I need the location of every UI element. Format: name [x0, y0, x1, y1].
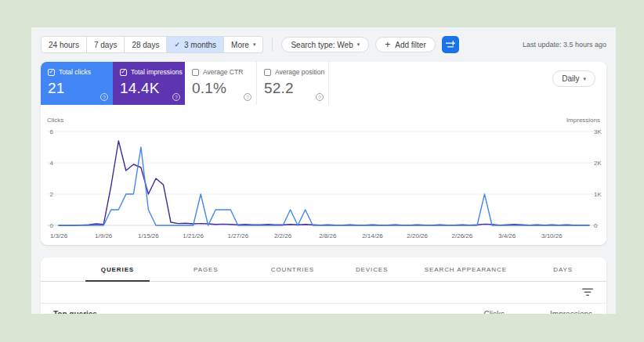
last-update-text: Last update: 3.5 hours ago: [523, 41, 606, 49]
x-axis-tick: 1/27/26: [227, 232, 248, 239]
chevron-down-icon: ▾: [583, 76, 586, 82]
left-axis-tick: 4: [50, 160, 54, 167]
checkbox-unchecked-icon[interactable]: [192, 69, 199, 76]
search-type-button[interactable]: Search type: Web ▾: [281, 37, 369, 52]
x-axis-tick: 1/15/26: [138, 232, 159, 239]
plus-icon: +: [385, 39, 390, 50]
date-range-more[interactable]: More▾: [224, 37, 262, 52]
series-line-clicks: [59, 147, 589, 225]
x-axis-tick: 2/14/26: [362, 232, 383, 239]
metric-tile-total-impressions[interactable]: ✓Total impressions14.4K?: [113, 62, 185, 105]
chevron-down-icon: ▾: [253, 41, 256, 48]
date-range-7-days[interactable]: 7 days: [87, 37, 125, 52]
performance-line-chart: 0021K42K63KClicksImpressions1/3/261/9/26…: [41, 114, 606, 245]
right-axis-tick: 0: [594, 222, 598, 229]
toolbar-divider: [272, 38, 273, 52]
left-axis-tick: 0: [50, 222, 54, 229]
tab-devices[interactable]: DEVICES: [332, 257, 411, 281]
metric-tile-average-position[interactable]: Average position52.2?: [257, 62, 329, 105]
date-range-group: 24 hours7 days28 days✓3 monthsMore▾: [41, 36, 263, 53]
granularity-dropdown[interactable]: Daily ▾: [552, 70, 595, 87]
date-range-3-months[interactable]: ✓3 months: [167, 37, 224, 52]
tab-countries[interactable]: COUNTRIES: [253, 257, 332, 281]
help-icon[interactable]: ?: [100, 93, 108, 101]
x-axis-tick: 1/3/26: [50, 232, 68, 239]
x-axis-tick: 2/8/26: [319, 232, 337, 239]
right-axis-title: Impressions: [566, 117, 600, 124]
filter-toggle-button[interactable]: [442, 36, 459, 53]
tab-days[interactable]: DAYS: [519, 257, 606, 281]
date-range-label: More: [231, 41, 249, 49]
table-col-impressions[interactable]: Impressions: [550, 310, 592, 314]
x-axis-tick: 1/21/26: [183, 232, 204, 239]
x-axis-tick: 2/26/26: [452, 232, 473, 239]
table-col-top-queries[interactable]: Top queries: [53, 310, 97, 314]
table-filter-row: [41, 282, 606, 304]
metric-label: Total impressions: [131, 68, 183, 76]
tab-pages[interactable]: PAGES: [159, 257, 253, 281]
table-filter-button[interactable]: [581, 286, 595, 298]
filter-toolbar: 24 hours7 days28 days✓3 monthsMore▾ Sear…: [31, 27, 616, 62]
checkbox-checked-icon[interactable]: ✓: [48, 69, 55, 76]
metric-tile-total-clicks[interactable]: ✓Total clicks21?: [41, 62, 113, 105]
left-axis-title: Clicks: [47, 117, 63, 124]
desktop-background: 24 hours7 days28 days✓3 monthsMore▾ Sear…: [0, 0, 644, 342]
search-type-label: Search type: Web: [291, 41, 353, 49]
metric-tiles: ✓Total clicks21?✓Total impressions14.4K?…: [41, 62, 606, 105]
date-range-label: 28 days: [132, 41, 159, 49]
tab-queries[interactable]: QUERIES: [76, 257, 159, 281]
metric-label: Total clicks: [59, 68, 91, 76]
add-filter-label: Add filter: [395, 41, 425, 49]
checkbox-checked-icon[interactable]: ✓: [120, 69, 127, 76]
right-axis-tick: 1K: [594, 191, 602, 198]
chevron-down-icon: ▾: [357, 41, 360, 48]
filter-tune-icon: [445, 40, 455, 50]
left-axis-tick: 6: [50, 128, 54, 135]
checkbox-unchecked-icon[interactable]: [264, 69, 271, 76]
date-range-28-days[interactable]: 28 days: [125, 37, 167, 52]
dimensions-card: QUERIESPAGESCOUNTRIESDEVICESSEARCH APPEA…: [41, 257, 606, 314]
performance-chart-card: ✓Total clicks21?✓Total impressions14.4K?…: [41, 62, 606, 245]
table-header-row: Top queries Clicks Impressions: [41, 304, 606, 314]
x-axis-tick: 3/4/26: [498, 232, 516, 239]
right-axis-tick: 3K: [594, 128, 602, 135]
metric-tile-average-ctr[interactable]: Average CTR0.1%?: [185, 62, 257, 105]
right-axis-tick: 2K: [594, 160, 602, 167]
date-range-label: 3 months: [184, 41, 216, 49]
x-axis-tick: 1/9/26: [95, 232, 113, 239]
help-icon[interactable]: ?: [244, 93, 251, 101]
date-range-label: 7 days: [94, 41, 117, 49]
help-icon[interactable]: ?: [172, 93, 180, 101]
left-axis-tick: 2: [50, 191, 54, 198]
date-range-label: 24 hours: [49, 41, 79, 49]
help-icon[interactable]: ?: [316, 93, 324, 101]
table-col-clicks[interactable]: Clicks: [483, 310, 505, 314]
check-icon: ✓: [174, 41, 180, 49]
add-filter-button[interactable]: + Add filter: [375, 37, 435, 52]
x-axis-tick: 2/20/26: [407, 232, 428, 239]
search-console-performance-panel: 24 hours7 days28 days✓3 monthsMore▾ Sear…: [31, 27, 616, 314]
granularity-label: Daily: [562, 74, 579, 83]
metric-label: Average CTR: [203, 68, 243, 76]
x-axis-tick: 3/10/26: [541, 232, 563, 239]
date-range-24-hours[interactable]: 24 hours: [42, 37, 87, 52]
series-line-impressions: [59, 141, 589, 225]
metric-label: Average position: [275, 68, 324, 76]
filter-funnel-icon: [582, 288, 593, 297]
tab-search-appearance[interactable]: SEARCH APPEARANCE: [411, 257, 519, 281]
dimension-tabs: QUERIESPAGESCOUNTRIESDEVICESSEARCH APPEA…: [41, 257, 606, 282]
x-axis-tick: 2/2/26: [274, 232, 292, 239]
